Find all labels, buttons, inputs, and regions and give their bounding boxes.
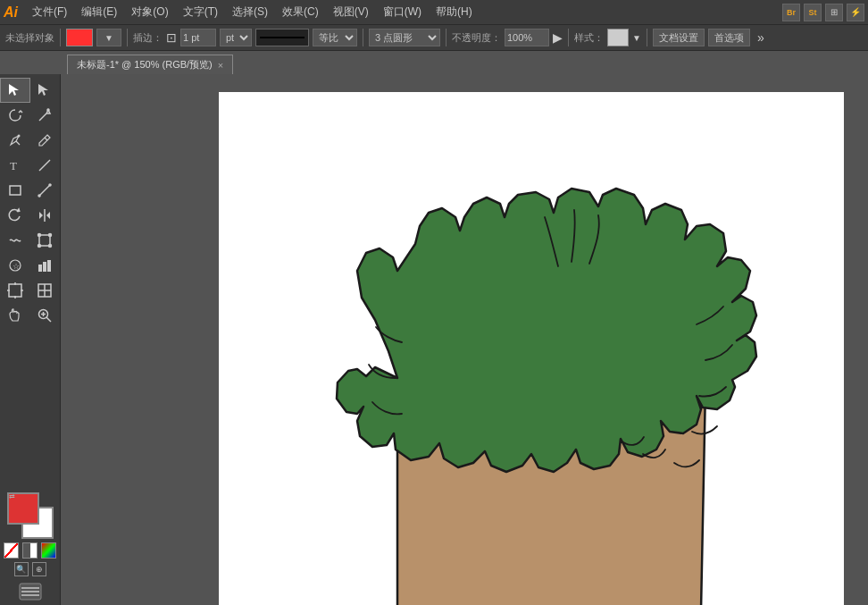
artboard — [219, 92, 844, 605]
toolbar: 未选择对象 ▼ 插边： ⊡ pt 等比 3 点圆形 不透明度： ▶ 样式： ▼ … — [0, 24, 868, 51]
zoom-out-tool[interactable]: 🔍 — [14, 562, 29, 576]
menu-select[interactable]: 选择(S) — [225, 3, 275, 21]
more-options-icon[interactable]: » — [757, 30, 764, 45]
mini-swatches — [4, 542, 56, 559]
interpolate-label: 插边： — [133, 31, 163, 45]
free-transform-tool[interactable] — [30, 228, 61, 253]
svg-rect-41 — [21, 594, 39, 596]
stroke-type-select[interactable]: 等比 — [313, 29, 357, 46]
divider-3 — [363, 29, 363, 46]
divider-4 — [446, 29, 447, 46]
svg-line-6 — [45, 138, 47, 140]
warp-tool[interactable] — [0, 228, 30, 253]
doc-settings-button[interactable]: 文档设置 — [653, 29, 705, 46]
svg-point-18 — [49, 234, 52, 237]
none-swatch[interactable] — [4, 542, 19, 559]
svg-rect-16 — [39, 235, 50, 246]
svg-point-5 — [17, 135, 20, 138]
svg-rect-24 — [43, 262, 46, 272]
menu-window[interactable]: 窗口(W) — [376, 3, 429, 21]
color-area: ⇄ 🔍 ⊕ — [0, 489, 60, 605]
style-swatch[interactable] — [607, 29, 629, 46]
select-tool[interactable] — [0, 78, 30, 103]
color-swatch[interactable] — [41, 542, 56, 559]
opacity-input[interactable] — [505, 29, 549, 46]
divider-2 — [127, 29, 128, 46]
svg-line-2 — [39, 113, 46, 121]
svg-rect-23 — [38, 265, 42, 272]
pen-tool[interactable] — [0, 128, 30, 153]
pencil-tool[interactable] — [30, 128, 61, 153]
svg-rect-26 — [9, 284, 21, 297]
tool-row-2 — [0, 103, 60, 128]
svg-line-8 — [39, 160, 50, 171]
document-tab[interactable]: 未标题-1* @ 150% (RGB/预览) × — [67, 55, 233, 74]
tool-row-8: ☆ — [0, 253, 60, 278]
menu-type[interactable]: 文字(T) — [176, 3, 225, 21]
artboard-tool[interactable] — [0, 278, 30, 303]
stroke-style-selector[interactable] — [255, 29, 309, 46]
no-selection-label: 未选择对象 — [5, 31, 54, 45]
svg-line-35 — [46, 317, 51, 322]
stock-icon[interactable]: St — [804, 4, 822, 21]
tab-close-button[interactable]: × — [218, 60, 223, 71]
zoom-in-tool[interactable]: ⊕ — [32, 562, 46, 576]
symbol-sprayer-tool[interactable]: ☆ — [0, 253, 30, 278]
menu-help[interactable]: 帮助(H) — [429, 3, 480, 21]
rect-tool[interactable] — [0, 178, 30, 203]
preferences-button[interactable]: 首选项 — [708, 29, 750, 46]
column-graph-tool[interactable] — [30, 253, 61, 278]
brush-select[interactable]: 3 点圆形 — [369, 29, 440, 46]
menu-edit[interactable]: 编辑(E) — [74, 3, 124, 21]
type-tool[interactable]: T — [0, 153, 30, 178]
fill-type-selector[interactable]: ▼ — [96, 29, 121, 46]
tab-title: 未标题-1* @ 150% (RGB/预览) — [77, 58, 213, 71]
tool-row-1 — [0, 78, 60, 103]
svg-text:☆: ☆ — [13, 262, 20, 271]
style-dropdown[interactable]: ▼ — [632, 33, 641, 43]
app-logo: Ai — [4, 4, 18, 21]
menubar: Ai 文件(F) 编辑(E) 对象(O) 文字(T) 选择(S) 效果(C) 视… — [0, 0, 868, 24]
line-segment-tool[interactable] — [30, 178, 61, 203]
magic-wand-tool[interactable] — [30, 103, 61, 128]
stroke-unit-select[interactable]: pt — [220, 29, 252, 46]
black-white-swatch[interactable] — [22, 542, 38, 559]
menu-object[interactable]: 对象(O) — [124, 3, 175, 21]
tool-row-3 — [0, 128, 60, 153]
divider-1 — [60, 29, 61, 46]
menu-effect[interactable]: 效果(C) — [275, 3, 326, 21]
fill-swatch[interactable] — [66, 29, 93, 46]
svg-rect-40 — [21, 591, 39, 592]
swap-colors-icon[interactable]: ⇄ — [9, 492, 15, 500]
hand-tool[interactable] — [0, 303, 30, 328]
svg-line-10 — [39, 185, 50, 196]
line-tool[interactable] — [30, 153, 61, 178]
svg-point-11 — [38, 195, 40, 197]
menu-file[interactable]: 文件(F) — [25, 3, 74, 21]
zoom-tool[interactable] — [30, 303, 61, 328]
svg-rect-9 — [10, 186, 21, 195]
lasso-tool[interactable] — [0, 103, 30, 128]
divider-6 — [647, 29, 647, 46]
tabbar: 未标题-1* @ 150% (RGB/预览) × — [0, 51, 868, 74]
tool-row-4: T — [0, 153, 60, 178]
reflect-tool[interactable] — [30, 203, 61, 228]
workspace-icon[interactable]: ⊞ — [825, 4, 843, 21]
svg-rect-25 — [47, 260, 51, 272]
rotate-tool[interactable] — [0, 203, 30, 228]
svg-marker-0 — [9, 84, 19, 96]
opacity-arrow[interactable]: ▶ — [553, 30, 563, 45]
more-icon[interactable]: ⚡ — [847, 4, 864, 21]
slice-tool[interactable] — [30, 278, 61, 303]
svg-point-3 — [47, 109, 49, 111]
artwork — [219, 92, 844, 605]
bridge-icon[interactable]: Br — [782, 4, 800, 21]
svg-line-4 — [16, 141, 20, 145]
direct-select-tool[interactable] — [30, 78, 60, 103]
layers-panel-toggle[interactable] — [4, 582, 56, 601]
menu-view[interactable]: 视图(V) — [326, 3, 376, 21]
tool-row-10 — [0, 303, 60, 328]
tool-extras: 🔍 ⊕ — [4, 562, 56, 576]
svg-rect-39 — [21, 587, 39, 589]
stroke-width-input[interactable] — [180, 29, 216, 46]
